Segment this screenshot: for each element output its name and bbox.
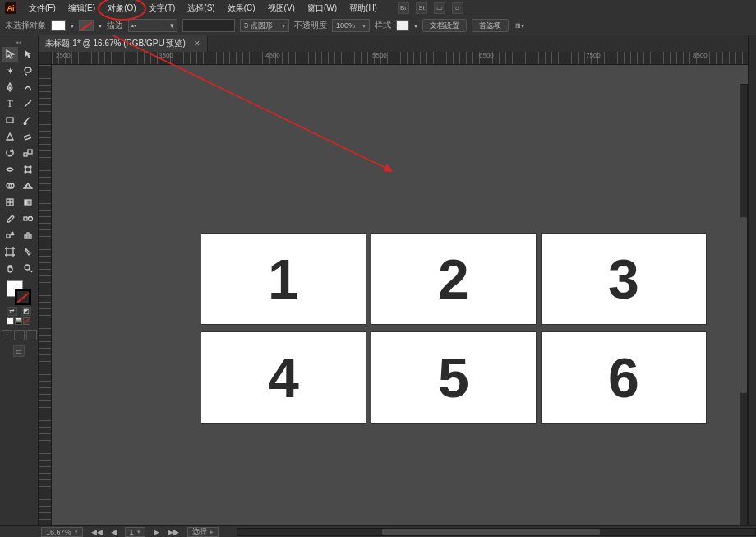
default-fill-stroke-icon[interactable]: ◩ bbox=[21, 307, 31, 316]
stock-icon[interactable]: St bbox=[416, 2, 427, 14]
svg-line-2 bbox=[25, 100, 31, 107]
menu-edit[interactable]: 编辑(E) bbox=[63, 1, 100, 16]
status-mode-dropdown[interactable]: 选择▸ bbox=[187, 527, 219, 537]
menu-effect[interactable]: 效果(C) bbox=[223, 1, 260, 16]
graphic-style-swatch[interactable] bbox=[396, 20, 409, 31]
stroke-swatch-dropdown[interactable]: ▾ bbox=[99, 22, 102, 30]
scale-tool[interactable] bbox=[20, 146, 36, 160]
artboard-tool[interactable] bbox=[2, 244, 18, 259]
draw-inside[interactable] bbox=[26, 330, 37, 340]
slice-tool[interactable] bbox=[20, 244, 36, 259]
horizontal-ruler[interactable]: 2500 3500 4500 5500 6500 7500 8500 bbox=[52, 52, 756, 65]
magic-wand-tool[interactable]: ✶ bbox=[2, 63, 18, 78]
zoom-tool[interactable] bbox=[20, 261, 36, 275]
vertical-scrollbar-thumb[interactable] bbox=[740, 217, 747, 393]
align-to-icon[interactable]: ⊞▾ bbox=[514, 20, 525, 31]
document-setup-button[interactable]: 文档设置 bbox=[422, 19, 467, 32]
column-graph-tool[interactable] bbox=[20, 228, 36, 243]
stroke-swatch[interactable] bbox=[79, 20, 94, 31]
paintbrush-tool[interactable] bbox=[20, 113, 36, 127]
fill-swatch[interactable] bbox=[51, 20, 66, 31]
artboard-nav-next[interactable]: ▶▶ bbox=[168, 528, 179, 536]
svg-rect-3 bbox=[7, 118, 13, 123]
close-tab-icon[interactable]: ✕ bbox=[194, 39, 201, 48]
ruler-tick: 5500 bbox=[372, 52, 387, 59]
artboard-1[interactable]: 1 bbox=[201, 234, 366, 324]
vertical-ruler[interactable] bbox=[39, 65, 52, 525]
swap-fill-stroke-icon[interactable]: ⇄ bbox=[7, 307, 17, 316]
artboard-2[interactable]: 2 bbox=[371, 234, 536, 324]
horizontal-scrollbar-thumb[interactable] bbox=[382, 529, 600, 535]
svg-point-22 bbox=[29, 217, 33, 221]
width-tool[interactable] bbox=[2, 162, 18, 177]
zoom-level-dropdown[interactable]: 16.67%▾ bbox=[41, 527, 83, 537]
menu-file[interactable]: 文件(F) bbox=[24, 1, 61, 16]
symbol-sprayer-tool[interactable] bbox=[2, 228, 18, 243]
stroke-weight-input[interactable]: ▴▾ ▾ bbox=[128, 19, 177, 32]
ruler-tick: 6500 bbox=[479, 52, 494, 59]
artboard-4[interactable]: 4 bbox=[201, 332, 366, 423]
menu-object[interactable]: 对象(O) bbox=[103, 1, 141, 16]
ruler-tick: 4500 bbox=[265, 52, 280, 59]
menu-type[interactable]: 文字(T) bbox=[144, 1, 181, 16]
artboard-nav-next1[interactable]: ▶ bbox=[154, 528, 159, 536]
menu-window[interactable]: 窗口(W) bbox=[302, 1, 342, 16]
gradient-tool[interactable] bbox=[20, 195, 36, 210]
tools-grip[interactable]: •• bbox=[0, 39, 38, 47]
arrange-icon[interactable]: ▭ bbox=[434, 2, 445, 14]
artboard-3[interactable]: 3 bbox=[542, 234, 706, 324]
panel-dock-collapsed[interactable] bbox=[748, 35, 756, 525]
stroke-color-indicator[interactable] bbox=[15, 289, 31, 305]
eyedropper-tool[interactable] bbox=[2, 211, 18, 226]
variable-width-profile[interactable] bbox=[182, 19, 235, 32]
artboard-6[interactable]: 6 bbox=[542, 332, 706, 423]
brush-definition[interactable]: 3 点圆形▾ bbox=[240, 19, 289, 32]
color-mode-color[interactable] bbox=[7, 317, 14, 325]
ruler-origin-corner[interactable] bbox=[39, 52, 52, 65]
vertical-scrollbar[interactable] bbox=[740, 84, 748, 525]
color-mode-gradient[interactable] bbox=[15, 317, 22, 325]
artboard-5[interactable]: 5 bbox=[371, 332, 536, 423]
artboard-nav-index[interactable]: 1▾ bbox=[125, 527, 145, 537]
artboard-grid: 1 2 3 4 5 6 bbox=[201, 234, 706, 423]
horizontal-scrollbar[interactable] bbox=[237, 528, 756, 536]
shape-builder-tool[interactable] bbox=[2, 178, 18, 193]
line-segment-tool[interactable] bbox=[20, 96, 36, 111]
color-mode-none[interactable] bbox=[23, 317, 30, 325]
fill-stroke-indicator[interactable] bbox=[7, 280, 31, 305]
search-icon[interactable]: ⌕ bbox=[452, 2, 463, 14]
svg-point-0 bbox=[25, 67, 31, 72]
shaper-tool[interactable] bbox=[2, 129, 18, 144]
selection-tool[interactable] bbox=[2, 47, 18, 62]
bridge-icon[interactable]: Br bbox=[398, 2, 409, 14]
draw-normal[interactable] bbox=[2, 330, 12, 340]
artboard-nav-prev[interactable]: ◀◀ bbox=[91, 528, 103, 536]
eraser-tool[interactable] bbox=[20, 129, 36, 144]
direct-selection-tool[interactable] bbox=[20, 47, 36, 62]
type-tool[interactable]: T bbox=[2, 96, 18, 111]
rotate-tool[interactable] bbox=[2, 146, 18, 160]
tool-grid: ✶ T bbox=[2, 47, 36, 275]
canvas[interactable]: 1 2 3 4 5 6 bbox=[52, 65, 756, 525]
screen-mode-icon[interactable]: ▭ bbox=[13, 345, 25, 357]
document-tab[interactable]: 未标题-1* @ 16.67% (RGB/GPU 预览) ✕ bbox=[39, 35, 208, 52]
mesh-tool[interactable] bbox=[2, 195, 18, 210]
menu-select[interactable]: 选择(S) bbox=[182, 1, 219, 16]
preferences-button[interactable]: 首选项 bbox=[472, 19, 509, 32]
rectangle-tool[interactable] bbox=[2, 113, 18, 127]
perspective-grid-tool[interactable] bbox=[20, 178, 36, 193]
curvature-tool[interactable] bbox=[20, 80, 36, 95]
menu-help[interactable]: 帮助(H) bbox=[344, 1, 382, 16]
blend-tool[interactable] bbox=[20, 211, 36, 226]
lasso-tool[interactable] bbox=[20, 63, 36, 78]
control-bar: 未选择对象 ▾ ▾ 描边 ▴▾ ▾ 3 点圆形▾ 不透明度 100%▾ 样式 ▾… bbox=[0, 16, 756, 35]
artboard-nav-prev1[interactable]: ◀ bbox=[111, 528, 117, 536]
style-dropdown[interactable]: ▾ bbox=[414, 22, 417, 30]
free-transform-tool[interactable] bbox=[20, 162, 36, 177]
menu-view[interactable]: 视图(V) bbox=[263, 1, 300, 16]
draw-behind[interactable] bbox=[14, 330, 25, 340]
hand-tool[interactable] bbox=[2, 261, 18, 275]
pen-tool[interactable] bbox=[2, 80, 18, 95]
opacity-input[interactable]: 100%▾ bbox=[332, 19, 370, 32]
fill-swatch-dropdown[interactable]: ▾ bbox=[71, 22, 74, 30]
